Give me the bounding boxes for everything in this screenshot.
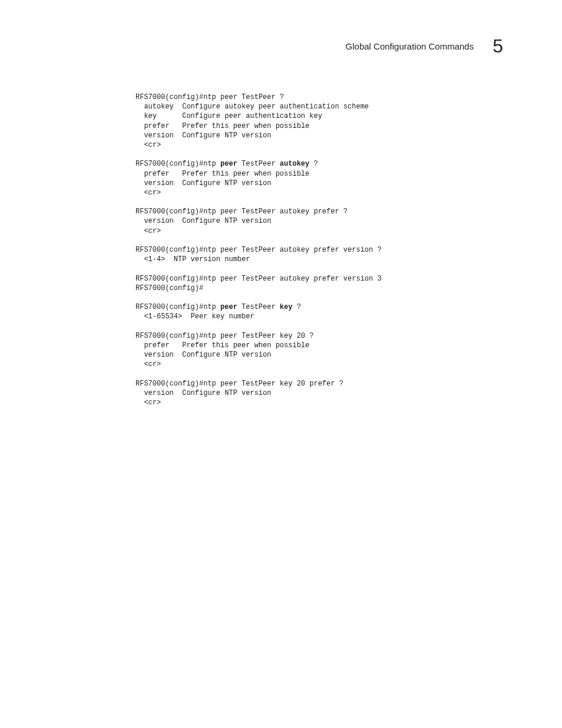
code-text: RFS7000(config)#ntp <box>135 160 220 168</box>
code-line: autokey Configure autokey peer authentic… <box>135 103 369 111</box>
code-text: TestPeer <box>237 160 280 168</box>
code-line: RFS7000(config)#ntp peer TestPeer ? <box>135 93 284 101</box>
code-line: <cr> <box>135 227 161 235</box>
code-line: RFS7000(config)# <box>135 284 203 292</box>
code-text: TestPeer <box>237 303 280 311</box>
code-line: RFS7000(config)#ntp peer TestPeer key 20… <box>135 332 313 340</box>
code-text: ? <box>292 303 300 311</box>
code-line: prefer Prefer this peer when possible <box>135 122 309 130</box>
code-line: <1-65534> Peer key number <box>135 312 254 321</box>
code-line: version Configure NTP version <box>135 389 271 397</box>
page: Global Configuration Commands 5 RFS7000(… <box>0 0 562 407</box>
code-bold: key <box>280 303 293 311</box>
code-line: version Configure NTP version <box>135 217 271 225</box>
code-line: RFS7000(config)#ntp peer TestPeer key ? <box>135 303 301 311</box>
code-line: RFS7000(config)#ntp peer TestPeer autoke… <box>135 207 348 216</box>
code-line: <cr> <box>135 141 161 149</box>
code-line: prefer Prefer this peer when possible <box>135 341 309 350</box>
code-bold: peer <box>220 160 237 168</box>
code-line: <cr> <box>135 189 161 197</box>
code-line: <1-4> NTP version number <box>135 255 250 263</box>
code-line: version Configure NTP version <box>135 131 271 140</box>
code-text: ? <box>309 160 318 168</box>
code-bold: autokey <box>280 160 309 168</box>
header-title: Global Configuration Commands <box>346 41 474 51</box>
code-line: <cr> <box>135 360 161 368</box>
code-line: <cr> <box>135 398 161 407</box>
code-line: version Configure NTP version <box>135 179 271 187</box>
code-line: RFS7000(config)#ntp peer TestPeer autoke… <box>135 160 318 168</box>
code-line: RFS7000(config)#ntp peer TestPeer key 20… <box>135 380 343 388</box>
code-line: version Configure NTP version <box>135 351 271 359</box>
code-line: prefer Prefer this peer when possible <box>135 170 309 178</box>
code-line: RFS7000(config)#ntp peer TestPeer autoke… <box>135 275 382 283</box>
code-line: key Configure peer authentication key <box>135 112 322 120</box>
code-line: RFS7000(config)#ntp peer TestPeer autoke… <box>135 246 382 254</box>
chapter-number: 5 <box>492 35 503 57</box>
page-header: Global Configuration Commands 5 <box>53 35 509 57</box>
code-text: RFS7000(config)#ntp <box>135 303 220 311</box>
code-bold: peer <box>220 303 237 311</box>
terminal-output: RFS7000(config)#ntp peer TestPeer ? auto… <box>135 93 509 407</box>
